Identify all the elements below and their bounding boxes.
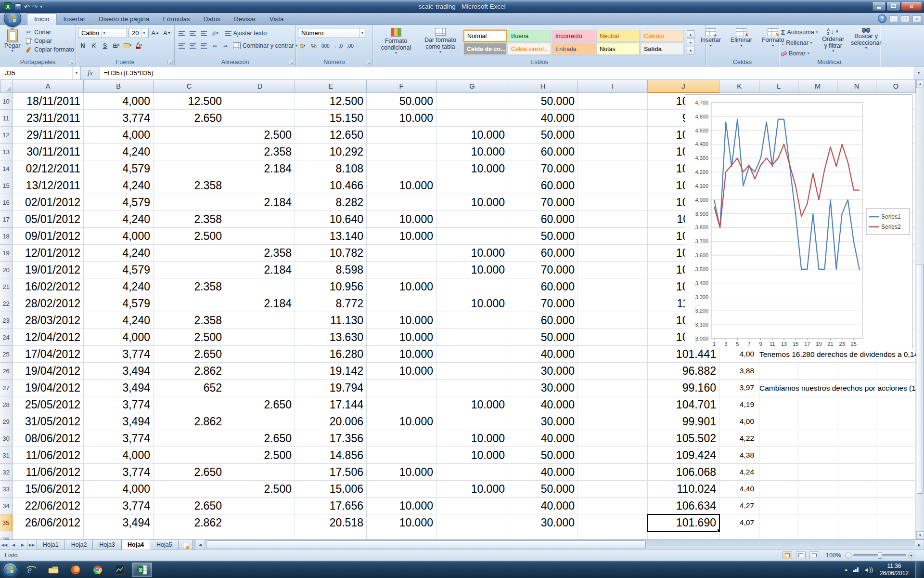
- cell-K31[interactable]: 4,38: [719, 447, 759, 464]
- cell-O32[interactable]: [876, 464, 916, 481]
- cell-F16[interactable]: [367, 194, 436, 211]
- cell-A15[interactable]: 13/12/2011: [13, 177, 84, 194]
- cell-G17[interactable]: [436, 211, 508, 228]
- cell-B15[interactable]: 4,240: [84, 177, 154, 194]
- cell-B31[interactable]: 4,000: [84, 447, 154, 464]
- cell-E12[interactable]: 12.650: [295, 127, 367, 144]
- next-sheet-icon[interactable]: ▶: [18, 540, 27, 550]
- cell-F25[interactable]: 10.000: [367, 346, 436, 363]
- cell-F28[interactable]: [367, 396, 436, 413]
- cell-I32[interactable]: [578, 464, 648, 481]
- zoom-slider[interactable]: – +: [845, 552, 914, 559]
- cell-G22[interactable]: 10.000: [436, 295, 508, 312]
- row-header-26[interactable]: 26: [0, 363, 13, 380]
- save-icon[interactable]: [14, 3, 22, 10]
- cell-M30[interactable]: [798, 430, 837, 447]
- cell-A22[interactable]: 28/02/2012: [13, 295, 84, 312]
- borders-button[interactable]: ⊞▾: [111, 40, 121, 50]
- cell-F35[interactable]: 10.000: [367, 514, 436, 531]
- cell-H22[interactable]: 70.000: [508, 295, 578, 312]
- cell-G10[interactable]: [436, 93, 508, 110]
- insert-worksheet-button[interactable]: [179, 540, 193, 550]
- cell-A28[interactable]: 25/05/2012: [13, 396, 84, 413]
- cell-F10[interactable]: 50.000: [367, 93, 436, 110]
- vertical-scrollbar[interactable]: ▲ ▼: [916, 80, 924, 539]
- row-header-10[interactable]: 10: [0, 93, 13, 110]
- cell-I24[interactable]: [578, 329, 648, 346]
- cell-K28[interactable]: 4,19: [719, 396, 759, 413]
- cell-I28[interactable]: [578, 396, 648, 413]
- column-header-K[interactable]: K: [719, 80, 759, 93]
- chrome-icon[interactable]: [88, 563, 108, 577]
- cell-C28[interactable]: [154, 396, 225, 413]
- cell-F31[interactable]: [367, 447, 436, 464]
- increase-indent-button[interactable]: ≡▸: [221, 41, 231, 51]
- cell-D20[interactable]: 2.184: [225, 262, 295, 278]
- cell-H31[interactable]: 50.000: [508, 447, 578, 464]
- cell-A19[interactable]: 12/01/2012: [13, 245, 84, 262]
- undo-icon[interactable]: ↶: [24, 3, 30, 10]
- delete-cells-button[interactable]: × Eliminar▾: [727, 26, 756, 58]
- cell-G30[interactable]: 10.000: [436, 430, 508, 447]
- cell-C10[interactable]: 12.500: [154, 93, 225, 110]
- cell-A17[interactable]: 05/01/2012: [13, 211, 84, 228]
- cell-F14[interactable]: [367, 160, 436, 177]
- insert-cells-button[interactable]: ＋ Insertar▾: [696, 26, 724, 58]
- cell-E24[interactable]: 13.630: [295, 329, 367, 346]
- cell-H28[interactable]: 40.000: [508, 396, 578, 413]
- cell-M31[interactable]: [798, 447, 837, 464]
- cell-G20[interactable]: 10.000: [436, 262, 508, 278]
- column-header-D[interactable]: D: [225, 80, 295, 93]
- cell-A12[interactable]: 29/11/2011: [13, 127, 84, 144]
- qat-dropdown-icon[interactable]: ▾: [40, 4, 42, 9]
- cell-I31[interactable]: [578, 447, 648, 464]
- cell-I23[interactable]: [578, 312, 648, 329]
- cell-C34[interactable]: 2.650: [154, 498, 225, 514]
- sheet-tab-hoja1[interactable]: Hoja1: [37, 540, 65, 550]
- cell-C25[interactable]: 2.650: [154, 346, 225, 363]
- cell-L26[interactable]: [759, 363, 798, 380]
- cell-B25[interactable]: 3,774: [84, 346, 154, 363]
- cell-style-neutral[interactable]: Neutral: [596, 30, 640, 42]
- page-layout-view-button[interactable]: [796, 552, 806, 559]
- cell-M36[interactable]: [798, 531, 837, 539]
- cell-O30[interactable]: [876, 430, 916, 447]
- horizontal-scrollbar[interactable]: ◀ ▶: [196, 540, 924, 550]
- cell-H11[interactable]: 40.000: [508, 110, 578, 127]
- row-header-21[interactable]: 21: [0, 278, 13, 295]
- cell-I29[interactable]: [578, 413, 648, 430]
- cell-N32[interactable]: [837, 464, 876, 481]
- cell-N28[interactable]: [837, 396, 876, 413]
- cell-F36[interactable]: [367, 531, 436, 539]
- row-header-35[interactable]: 35: [0, 514, 13, 531]
- hscroll-left-icon[interactable]: ◀: [196, 540, 205, 550]
- row-header-34[interactable]: 34: [0, 498, 13, 514]
- increase-decimal-button[interactable]: ←,0: [333, 41, 344, 51]
- row-header-14[interactable]: 14: [0, 160, 13, 177]
- cell-C15[interactable]: 2.358: [154, 177, 225, 194]
- workbook-close-button[interactable]: ×: [912, 15, 921, 22]
- align-left-button[interactable]: [177, 41, 186, 51]
- cell-A16[interactable]: 02/01/2012: [13, 194, 84, 211]
- cell-B14[interactable]: 4,579: [84, 160, 154, 177]
- cell-B27[interactable]: 3,494: [84, 380, 154, 396]
- name-box-dropdown-icon[interactable]: ▾: [72, 66, 80, 79]
- row-header-33[interactable]: 33: [0, 481, 13, 498]
- cell-I21[interactable]: [578, 278, 648, 295]
- cell-G15[interactable]: [436, 177, 508, 194]
- cell-N30[interactable]: [837, 430, 876, 447]
- cell-L35[interactable]: [759, 514, 798, 531]
- cell-F30[interactable]: [367, 430, 436, 447]
- internet-explorer-icon[interactable]: e: [21, 563, 41, 577]
- cell-B17[interactable]: 4,240: [84, 211, 154, 228]
- tab-inicio[interactable]: Inicio: [27, 13, 57, 25]
- cell-E32[interactable]: 17.506: [295, 464, 367, 481]
- cell-K29[interactable]: 4,00: [719, 413, 759, 430]
- column-header-F[interactable]: F: [367, 80, 436, 93]
- taskbar-clock[interactable]: 11:36 26/06/2012: [880, 563, 909, 577]
- underline-button[interactable]: S: [100, 40, 110, 50]
- cell-J32[interactable]: 106.068: [648, 464, 719, 481]
- cell-C32[interactable]: 2.650: [154, 464, 225, 481]
- last-sheet-icon[interactable]: ▶▶: [27, 540, 37, 550]
- cell-B12[interactable]: 4,000: [84, 127, 154, 144]
